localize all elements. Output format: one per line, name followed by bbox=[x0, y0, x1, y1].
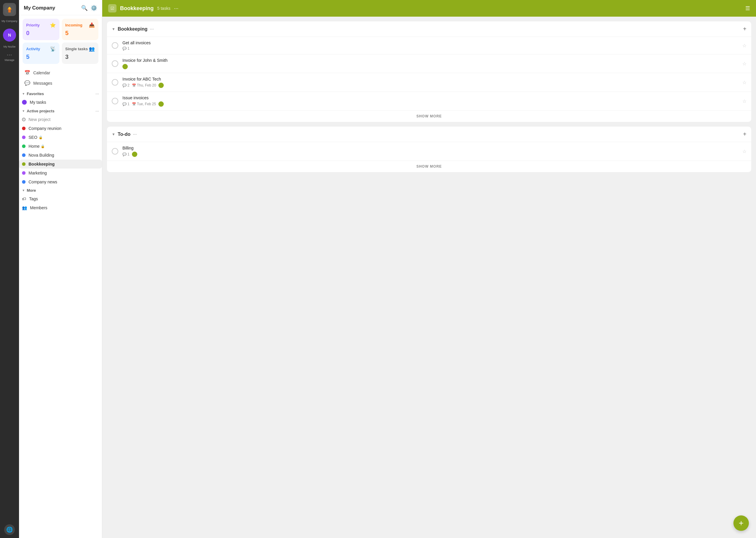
icon-bar: My Company N My Nozbe ··· Manage 🌐 bbox=[0, 0, 19, 538]
priority-card[interactable]: Priority ⭐ 0 bbox=[23, 19, 59, 40]
section-title-1: To-do bbox=[118, 132, 130, 137]
incoming-icon: 📥 bbox=[89, 22, 95, 28]
manage-label: Manage bbox=[5, 59, 15, 62]
task-item-0-3[interactable]: Issue invoices 💬1📅Tue, Feb 25 ☆ bbox=[107, 91, 751, 110]
settings-button[interactable]: ⚙️ bbox=[91, 5, 97, 11]
new-project-item[interactable]: + New project bbox=[19, 115, 102, 124]
lock-icon: 🔒 bbox=[39, 135, 43, 139]
project-more-button[interactable]: ··· bbox=[174, 5, 178, 12]
sidebar-scroll-area: ▼ Favorites ··· My tasks ▼ Active projec… bbox=[19, 89, 102, 538]
calendar-nav-item[interactable]: 📅 Calendar bbox=[22, 68, 100, 78]
task-avatar bbox=[158, 82, 164, 88]
active-projects-more-button[interactable]: ··· bbox=[95, 108, 99, 113]
task-section-0: ▼ Bookkeeping ··· + Get all invoices 💬1 … bbox=[107, 22, 751, 122]
task-name-0-3: Issue invoices bbox=[123, 95, 738, 100]
task-checkbox-0-3[interactable] bbox=[112, 98, 118, 104]
project-item-nova-building[interactable]: Nova Building bbox=[19, 151, 102, 160]
messages-icon: 💬 bbox=[25, 80, 30, 86]
task-checkbox-1-0[interactable] bbox=[112, 148, 118, 155]
task-item-0-1[interactable]: Invoice for John & Smith ☆ bbox=[107, 54, 751, 73]
calendar-icon: 📅 bbox=[132, 83, 136, 87]
project-name: Bookkeeping bbox=[120, 5, 154, 12]
project-item-marketing[interactable]: Marketing bbox=[19, 169, 102, 178]
comment-icon: 💬 bbox=[123, 83, 126, 87]
task-meta-0-1 bbox=[123, 64, 738, 69]
task-content-0-3: Issue invoices 💬1📅Tue, Feb 25 bbox=[123, 95, 738, 107]
comment-icon: 💬 bbox=[123, 102, 126, 106]
sort-icon[interactable]: ☰ bbox=[745, 5, 750, 12]
user-avatar[interactable]: N bbox=[3, 28, 16, 42]
task-meta-0-0: 💬1 bbox=[123, 46, 738, 51]
task-count: 5 tasks bbox=[157, 6, 170, 11]
main-content: ☑ Bookkeeping 5 tasks ··· ☰ ▼ Bookkeepin… bbox=[102, 0, 756, 538]
search-button[interactable]: 🔍 bbox=[81, 5, 88, 11]
active-projects-label: Active projects bbox=[27, 109, 54, 113]
favorites-more-button[interactable]: ··· bbox=[95, 91, 99, 96]
members-item[interactable]: 👥 Members bbox=[19, 203, 102, 212]
task-star-0-2[interactable]: ☆ bbox=[742, 80, 746, 85]
single-card-header: Single tasks 👥 bbox=[65, 46, 95, 52]
favorites-section-header[interactable]: ▼ Favorites ··· bbox=[19, 89, 102, 98]
favorites-chevron-icon: ▼ bbox=[22, 92, 25, 95]
calendar-icon: 📅 bbox=[132, 102, 136, 106]
activity-label: Activity bbox=[26, 47, 40, 51]
section-chevron-0: ▼ bbox=[112, 27, 115, 31]
activity-card[interactable]: Activity 📡 5 bbox=[23, 42, 59, 64]
task-star-0-1[interactable]: ☆ bbox=[742, 61, 746, 67]
active-projects-section-header[interactable]: ▼ Active projects ··· bbox=[19, 107, 102, 115]
task-star-0-3[interactable]: ☆ bbox=[742, 98, 746, 104]
project-item-company-news[interactable]: Company news bbox=[19, 178, 102, 187]
comment-count: 💬1 bbox=[123, 152, 129, 156]
project-dot bbox=[22, 180, 25, 184]
task-item-1-0[interactable]: Billing 💬1 ☆ bbox=[107, 142, 751, 161]
task-date: 📅Thu, Feb 20 bbox=[132, 83, 156, 87]
project-name-text: Nova Building bbox=[28, 153, 54, 158]
project-name-text: Home bbox=[28, 144, 39, 149]
section-more-button-0[interactable]: ··· bbox=[150, 27, 154, 32]
task-item-0-2[interactable]: Invoice for ABC Tech 💬2📅Thu, Feb 20 ☆ bbox=[107, 73, 751, 91]
company-name-label: My Company bbox=[1, 20, 17, 23]
show-more-button-1[interactable]: SHOW MORE bbox=[107, 161, 751, 172]
project-name-row: Home 🔒 bbox=[28, 144, 45, 149]
project-name-row: SEO 🔒 bbox=[28, 135, 43, 140]
section-add-button-0[interactable]: + bbox=[743, 26, 746, 32]
company-logo[interactable] bbox=[3, 3, 16, 16]
task-checkbox-0-2[interactable] bbox=[112, 79, 118, 85]
task-checkbox-0-1[interactable] bbox=[112, 60, 118, 67]
task-star-1-0[interactable]: ☆ bbox=[742, 149, 746, 154]
section-more-button-1[interactable]: ··· bbox=[133, 132, 137, 137]
priority-star-icon: ⭐ bbox=[50, 22, 56, 28]
project-dot bbox=[22, 171, 25, 175]
project-name-row: Company reunion bbox=[28, 126, 62, 131]
single-tasks-card[interactable]: Single tasks 👥 3 bbox=[62, 42, 99, 64]
members-icon: 👥 bbox=[22, 205, 27, 210]
incoming-label: Incoming bbox=[65, 23, 82, 27]
task-section-1: ▼ To-do ··· + Billing 💬1 ☆ SHOW MORE bbox=[107, 127, 751, 172]
section-add-button-1[interactable]: + bbox=[743, 131, 746, 137]
comment-icon: 💬 bbox=[123, 152, 126, 156]
manage-icon: ··· bbox=[7, 52, 12, 58]
project-name-text: SEO bbox=[28, 135, 37, 140]
globe-icon-btn[interactable]: 🌐 bbox=[4, 524, 15, 535]
tags-item[interactable]: 🏷 Tags bbox=[19, 194, 102, 203]
project-item-seo[interactable]: SEO 🔒 bbox=[19, 133, 102, 142]
task-star-0-0[interactable]: ☆ bbox=[742, 43, 746, 48]
section-header-0: ▼ Bookkeeping ··· + bbox=[107, 22, 751, 36]
tags-label: Tags bbox=[29, 196, 38, 201]
messages-nav-item[interactable]: 💬 Messages bbox=[22, 78, 100, 88]
my-tasks-item[interactable]: My tasks bbox=[19, 98, 102, 107]
project-item-company-reunion[interactable]: Company reunion bbox=[19, 124, 102, 133]
manage-nav-item[interactable]: ··· Manage bbox=[5, 52, 15, 62]
task-name-1-0: Billing bbox=[123, 146, 738, 150]
incoming-card[interactable]: Incoming 📥 5 bbox=[62, 19, 99, 40]
task-checkbox-0-0[interactable] bbox=[112, 42, 118, 49]
add-task-fab[interactable]: + bbox=[733, 515, 749, 531]
main-body: ▼ Bookkeeping ··· + Get all invoices 💬1 … bbox=[102, 17, 756, 538]
show-more-button-0[interactable]: SHOW MORE bbox=[107, 110, 751, 122]
more-section-header[interactable]: ▼ More bbox=[19, 187, 102, 194]
project-item-bookkeeping[interactable]: Bookkeeping bbox=[19, 160, 102, 169]
task-item-0-0[interactable]: Get all invoices 💬1 ☆ bbox=[107, 36, 751, 54]
project-name-row: Marketing bbox=[28, 171, 47, 175]
main-header-left: ☑ Bookkeeping 5 tasks ··· bbox=[108, 4, 178, 13]
project-item-home[interactable]: Home 🔒 bbox=[19, 142, 102, 151]
